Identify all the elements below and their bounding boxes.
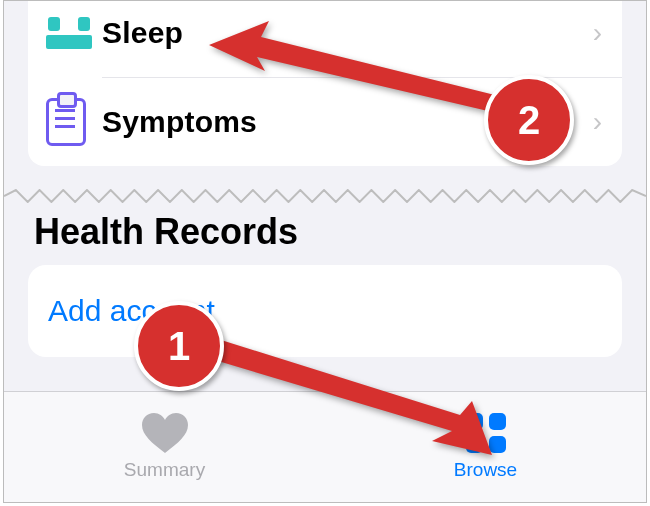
chevron-right-icon: › xyxy=(593,106,604,138)
screenshot-cut-indicator xyxy=(4,189,646,203)
annotation-badge-1: 1 xyxy=(134,301,224,391)
annotation-badge-2: 2 xyxy=(484,75,574,165)
section-title-health-records: Health Records xyxy=(34,211,298,253)
app-frame: Sleep › Symptoms › Health Records Add ac… xyxy=(3,0,647,503)
sleep-icon xyxy=(46,17,92,49)
tab-label: Summary xyxy=(124,459,205,481)
symptoms-icon xyxy=(46,98,86,146)
tab-label: Browse xyxy=(454,459,517,481)
chevron-right-icon: › xyxy=(593,17,604,49)
